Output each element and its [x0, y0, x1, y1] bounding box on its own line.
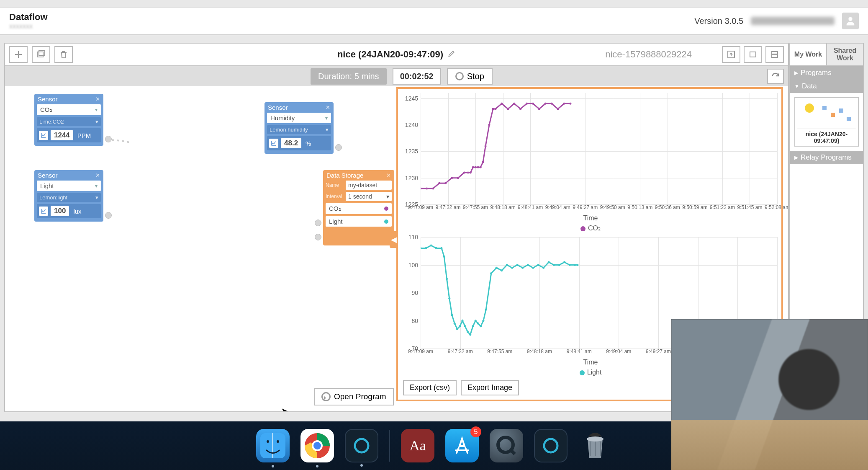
- output-port[interactable]: [105, 136, 112, 142]
- chevron-down-icon: ▾: [326, 127, 329, 133]
- thumbnail-caption: nice (24JAN20-09:47:09): [797, 129, 856, 144]
- svg-point-83: [313, 442, 321, 449]
- close-icon[interactable]: ✕: [95, 172, 100, 178]
- sensor-type-select[interactable]: CO₂▾: [37, 104, 101, 115]
- input-port[interactable]: [315, 234, 321, 240]
- node-title: Sensor: [38, 96, 58, 103]
- svg-point-86: [544, 439, 557, 452]
- view-split-button[interactable]: [765, 46, 784, 63]
- svg-point-48: [456, 328, 458, 330]
- dataset-name-input[interactable]: my-dataset: [346, 181, 392, 190]
- svg-point-10: [438, 182, 440, 184]
- svg-point-22: [485, 145, 487, 147]
- svg-point-12: [451, 177, 453, 179]
- svg-point-45: [448, 297, 450, 300]
- output-port[interactable]: [105, 212, 112, 219]
- dock-app-recorder-2[interactable]: [534, 429, 568, 462]
- section-relay-programs[interactable]: ▶Relay Programs: [790, 151, 863, 164]
- edit-title-button[interactable]: [447, 49, 456, 60]
- svg-point-36: [563, 103, 565, 105]
- chart-co2: 12251230123512401245 9:47:09 am9:47:32 a…: [402, 91, 779, 230]
- svg-point-20: [480, 166, 482, 168]
- graph-icon[interactable]: [39, 207, 48, 216]
- data-thumbnail[interactable]: nice (24JAN20-09:47:09): [794, 97, 859, 147]
- svg-rect-2: [39, 51, 45, 56]
- stop-button[interactable]: Stop: [447, 68, 493, 85]
- dictionary-icon: Aa: [409, 438, 426, 454]
- tab-my-work[interactable]: My Work: [790, 44, 826, 66]
- delete-button[interactable]: [54, 46, 73, 63]
- sensor-source-select[interactable]: Lime:CO2▾: [37, 117, 101, 126]
- dock-app-quicktime[interactable]: [490, 429, 523, 462]
- svg-point-57: [480, 325, 482, 327]
- quicktime-icon: [495, 434, 518, 457]
- svg-point-9: [432, 188, 434, 190]
- panel-collapse-tab[interactable]: ◀: [390, 231, 398, 248]
- input-port[interactable]: [315, 220, 321, 226]
- svg-point-50: [461, 320, 463, 322]
- document-title: nice (24JAN20-09:47:09): [337, 49, 443, 60]
- section-data[interactable]: ▼Data: [790, 80, 863, 93]
- svg-point-40: [430, 244, 432, 246]
- sensor-value: 100: [51, 206, 69, 216]
- thumbnail-preview: [797, 100, 856, 129]
- node-sensor-humidity[interactable]: Sensor✕ Humidity▾ Lemon:humidity▾ 48.2 %: [265, 102, 334, 154]
- pencil-icon: [447, 49, 456, 58]
- svg-point-16: [470, 172, 472, 174]
- node-title: Sensor: [38, 172, 58, 179]
- close-icon[interactable]: ✕: [95, 96, 100, 102]
- graph-icon[interactable]: [39, 131, 48, 140]
- sensor-type-select[interactable]: Humidity▾: [267, 113, 331, 123]
- sensor-value-row: 1244 PPM: [37, 128, 101, 142]
- svg-point-70: [542, 267, 544, 269]
- sensor-value: 48.2: [281, 138, 301, 148]
- layers-button[interactable]: [32, 46, 50, 63]
- node-sensor-co2[interactable]: Sensor✕ CO₂▾ Lime:CO2▾ 1244 PPM: [34, 94, 103, 146]
- node-data-storage[interactable]: Data Storage✕ Namemy-dataset Interval1 s…: [323, 170, 394, 245]
- triangle-down-icon: ▼: [794, 83, 799, 89]
- svg-point-29: [519, 108, 521, 110]
- channel-light[interactable]: Light: [326, 216, 392, 227]
- circle-icon: [352, 436, 371, 455]
- dock-app-appstore[interactable]: 5: [445, 429, 479, 462]
- tab-shared-work[interactable]: Shared Work: [826, 44, 863, 66]
- svg-rect-6: [772, 55, 778, 57]
- interval-label: Interval: [326, 194, 343, 199]
- close-icon[interactable]: ✕: [386, 172, 391, 178]
- sensor-source-select[interactable]: Lemon:humidity▾: [267, 125, 331, 134]
- upload-button[interactable]: [722, 46, 740, 63]
- duration-label: Duration: 5 mins: [311, 68, 387, 85]
- dock-trash[interactable]: [578, 429, 612, 462]
- export-image-button[interactable]: Export Image: [461, 380, 519, 395]
- flow-canvas[interactable]: Sensor✕ CO₂▾ Lime:CO2▾ 1244 PPM Sensor✕ …: [5, 86, 788, 411]
- dock-app-recorder[interactable]: [345, 429, 378, 462]
- channel-co2[interactable]: CO₂: [326, 203, 392, 214]
- svg-point-56: [477, 323, 479, 325]
- refresh-button[interactable]: [767, 69, 784, 84]
- dock-app-finder[interactable]: [256, 429, 290, 462]
- chrome-icon: [304, 432, 331, 459]
- dock-app-chrome[interactable]: [300, 429, 334, 462]
- dock-app-dictionary[interactable]: Aa: [401, 429, 434, 462]
- dock-separator: [389, 430, 390, 462]
- view-single-button[interactable]: [744, 46, 762, 63]
- add-button[interactable]: [9, 46, 28, 63]
- interval-select[interactable]: 1 second▾: [346, 192, 392, 201]
- sensor-type-select[interactable]: Light▾: [37, 181, 101, 191]
- export-csv-button[interactable]: Export (csv): [403, 380, 457, 395]
- open-program-button[interactable]: Open Program: [314, 388, 394, 405]
- section-programs[interactable]: ▶Programs: [790, 66, 863, 80]
- chevron-down-icon: ▾: [95, 194, 98, 201]
- output-port[interactable]: [335, 144, 342, 151]
- finder-icon: [260, 433, 285, 458]
- svg-point-77: [576, 264, 578, 266]
- sensor-source-select[interactable]: Lemon:light▾: [37, 193, 101, 202]
- user-avatar[interactable]: [842, 13, 859, 29]
- node-sensor-light[interactable]: Sensor✕ Light▾ Lemon:light▾ 100 lux: [34, 170, 103, 222]
- svg-point-15: [467, 172, 469, 174]
- svg-point-0: [848, 17, 852, 21]
- svg-point-53: [469, 333, 471, 336]
- close-icon[interactable]: ✕: [326, 104, 330, 111]
- graph-icon[interactable]: [269, 139, 278, 148]
- svg-point-71: [548, 261, 550, 263]
